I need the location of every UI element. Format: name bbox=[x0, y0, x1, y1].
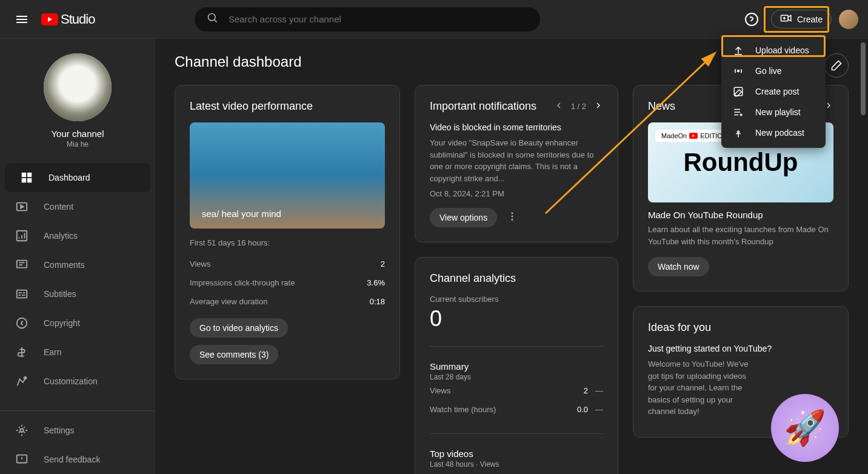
stat-row: Impressions click-through rate3.6% bbox=[190, 273, 385, 292]
create-dropdown: Upload videos Go live Create post New pl… bbox=[721, 35, 826, 148]
nav-dashboard[interactable]: Dashboard bbox=[5, 163, 150, 192]
pager-next[interactable] bbox=[593, 101, 603, 112]
subtitles-icon bbox=[15, 287, 29, 301]
settings-icon bbox=[15, 423, 29, 438]
more-icon[interactable] bbox=[507, 211, 518, 224]
customization-icon bbox=[15, 374, 29, 389]
svg-point-2 bbox=[746, 13, 758, 25]
news-item-title: Made On YouTube Roundup bbox=[648, 210, 833, 220]
video-title: sea/ heal your mind bbox=[202, 209, 281, 219]
period-label: First 51 days 16 hours: bbox=[190, 238, 385, 247]
menu-create-post[interactable]: Create post bbox=[721, 81, 826, 102]
notif-item-body: Your video "SnapSave io Beauty enhancer … bbox=[430, 137, 603, 184]
nav-subtitles[interactable]: Subtitles bbox=[0, 279, 155, 309]
search-icon bbox=[207, 12, 219, 27]
svg-rect-10 bbox=[27, 178, 32, 182]
go-analytics-button[interactable]: Go to video analytics bbox=[190, 318, 288, 338]
svg-rect-14 bbox=[17, 290, 27, 298]
dashboard-icon bbox=[19, 170, 34, 185]
svg-point-21 bbox=[512, 219, 513, 221]
svg-point-1 bbox=[208, 13, 215, 21]
ideas-subtitle: Just getting started on YouTube? bbox=[648, 344, 833, 353]
svg-point-17 bbox=[20, 429, 24, 432]
search-input[interactable] bbox=[229, 14, 528, 24]
nav-copyright[interactable]: Copyright bbox=[0, 309, 155, 338]
svg-rect-8 bbox=[27, 173, 32, 177]
ideas-title: Ideas for you bbox=[648, 321, 833, 334]
menu-new-playlist[interactable]: New playlist bbox=[721, 102, 826, 122]
search-box[interactable] bbox=[195, 7, 540, 32]
news-item-body: Learn about all the exciting launches fr… bbox=[648, 224, 833, 247]
svg-point-6 bbox=[738, 131, 739, 133]
comments-icon bbox=[15, 258, 29, 272]
top-videos-title: Top videos bbox=[430, 449, 603, 459]
menu-new-podcast[interactable]: New podcast bbox=[721, 122, 826, 143]
rocket-badge[interactable]: 🚀 bbox=[771, 394, 839, 462]
create-label: Create bbox=[797, 15, 823, 24]
channel-avatar[interactable] bbox=[44, 53, 112, 121]
podcast-icon bbox=[731, 127, 746, 138]
notif-item-date: Oct 8, 2024, 2:21 PM bbox=[430, 189, 603, 198]
analytics-title: Channel analytics bbox=[430, 272, 603, 285]
create-icon bbox=[780, 14, 792, 24]
svg-point-19 bbox=[512, 212, 513, 214]
notifications-card: Important notifications 1 / 2 Video is b… bbox=[415, 85, 618, 242]
studio-logo[interactable]: Studio bbox=[41, 12, 95, 27]
logo-text: Studio bbox=[61, 12, 95, 27]
stat-row: Views2— bbox=[430, 381, 603, 400]
video-thumbnail[interactable]: sea/ heal your mind bbox=[190, 122, 385, 229]
nav-comments[interactable]: Comments bbox=[0, 250, 155, 279]
view-options-button[interactable]: View options bbox=[430, 208, 497, 227]
upload-icon bbox=[731, 45, 746, 56]
stat-row: Views2 bbox=[190, 255, 385, 273]
menu-upload-videos[interactable]: Upload videos bbox=[721, 40, 826, 61]
feedback-icon bbox=[15, 452, 29, 467]
live-icon bbox=[731, 65, 746, 76]
notif-title: Important notifications bbox=[430, 100, 536, 113]
stat-row: Watch time (hours)0.0— bbox=[430, 400, 603, 419]
playlist-icon bbox=[731, 107, 746, 118]
content-icon bbox=[15, 199, 29, 214]
stat-row: Average view duration0:18 bbox=[190, 292, 385, 311]
pager-count: 1 / 2 bbox=[571, 102, 586, 111]
svg-rect-7 bbox=[22, 173, 26, 177]
watch-now-button[interactable]: Watch now bbox=[648, 257, 709, 276]
svg-point-4 bbox=[738, 70, 739, 72]
nav-analytics[interactable]: Analytics bbox=[0, 221, 155, 250]
roundup-text: RoundUp bbox=[684, 148, 798, 177]
see-comments-button[interactable]: See comments (3) bbox=[190, 345, 278, 364]
subs-label: Current subscribers bbox=[430, 295, 603, 304]
channel-analytics-card: Channel analytics Current subscribers 0 … bbox=[415, 257, 618, 474]
svg-rect-13 bbox=[17, 261, 27, 268]
nav-content[interactable]: Content bbox=[0, 192, 155, 221]
copyright-icon bbox=[15, 316, 29, 330]
post-icon bbox=[731, 86, 746, 97]
account-avatar[interactable] bbox=[839, 10, 858, 29]
nav-feedback[interactable]: Send feedback bbox=[0, 445, 155, 474]
nav-customization[interactable]: Customization bbox=[0, 367, 155, 396]
ideas-body: Welcome to YouTube! We've got tips for u… bbox=[648, 358, 757, 418]
analytics-icon bbox=[15, 229, 29, 243]
pager-prev[interactable] bbox=[554, 101, 564, 112]
latest-video-card: Latest video performance sea/ heal your … bbox=[175, 85, 400, 379]
channel-name: Mia he bbox=[0, 140, 155, 149]
summary-period: Last 28 days bbox=[430, 373, 603, 381]
hamburger-menu[interactable] bbox=[10, 7, 34, 32]
svg-point-20 bbox=[512, 216, 513, 218]
menu-go-live[interactable]: Go live bbox=[721, 61, 826, 81]
earn-icon bbox=[15, 345, 29, 359]
scrollbar[interactable] bbox=[861, 42, 866, 115]
nav-earn[interactable]: Earn bbox=[0, 338, 155, 367]
svg-rect-9 bbox=[22, 178, 26, 182]
subs-value: 0 bbox=[430, 306, 603, 332]
help-button[interactable] bbox=[739, 7, 764, 32]
notif-item-title: Video is blocked in some territories bbox=[430, 122, 603, 132]
channel-label: Your channel bbox=[0, 129, 155, 139]
nav-settings[interactable]: Settings bbox=[0, 416, 155, 445]
latest-title: Latest video performance bbox=[190, 100, 385, 113]
news-title: News bbox=[648, 100, 675, 113]
create-button[interactable]: Create bbox=[771, 10, 832, 28]
top-videos-period: Last 48 hours · Views bbox=[430, 460, 603, 469]
summary-title: Summary bbox=[430, 361, 603, 372]
